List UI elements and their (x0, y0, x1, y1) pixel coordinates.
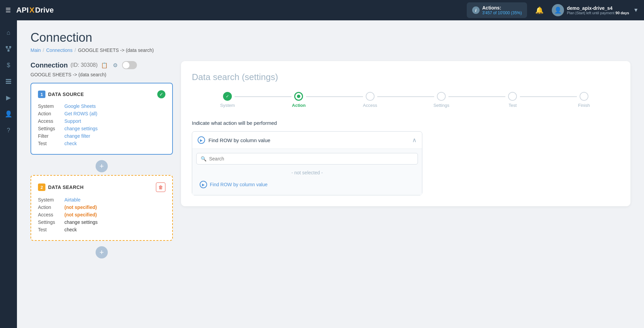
step-action: Action (263, 92, 334, 108)
actions-badge: i Actions: 3'457 of 10'000 (35%) (467, 2, 527, 18)
data-search-block: 2 DATA SEARCH 🗑 System Airtable Action (… (31, 175, 173, 241)
data-row: Filter change filter (38, 132, 165, 140)
action-dropdown[interactable]: ▶ Find ROW by column value ∧ 🔍 - not sel… (192, 131, 422, 195)
breadcrumb-main[interactable]: Main (31, 47, 41, 53)
dropdown-option-text: Find ROW by column value (210, 182, 267, 187)
step-label-access: Access (363, 103, 377, 108)
svg-rect-8 (6, 81, 11, 82)
add-button-1[interactable]: + (96, 160, 108, 172)
option-play-icon: ▶ (200, 181, 207, 188)
connection-subtitle: GOOGLE SHEETS -> (data search) (31, 72, 173, 77)
row-label-system: System (38, 103, 62, 109)
connection-label: Connection (31, 61, 68, 69)
sidebar-item-home[interactable]: ⌂ (2, 26, 15, 39)
data-source-label: 1 DATA SOURCE (38, 91, 84, 98)
steps: ✓ System Action Access Settings (192, 92, 620, 108)
logo-x: X (29, 6, 35, 15)
dropdown-selected-text: Find ROW by column value (208, 137, 270, 143)
not-selected-label: - not selected - (196, 169, 418, 178)
user-info: demo_apix-drive_s4 Plan |Start| left unt… (567, 5, 629, 15)
dropdown-selected[interactable]: ▶ Find ROW by column value ∧ (192, 132, 422, 149)
row-value-system2[interactable]: Airtable (64, 197, 80, 202)
panel-title: Data search (settings) (192, 72, 620, 82)
toggle-switch[interactable] (122, 61, 137, 69)
row-value-filter[interactable]: change filter (64, 133, 90, 139)
block-num-1: 1 (38, 91, 45, 98)
row-label-settings: Settings (38, 126, 62, 131)
sidebar-item-tools[interactable] (2, 75, 15, 88)
copy-icon[interactable]: 📋 (100, 61, 108, 69)
logo-drive: Drive (35, 6, 54, 15)
row-value-action[interactable]: Get ROWS (all) (64, 111, 97, 116)
data-row: System Google Sheets (38, 102, 165, 110)
row-value-access2[interactable]: (not specified) (64, 212, 97, 217)
menu-icon[interactable]: ☰ (5, 6, 11, 14)
row-label-test2: Test (38, 227, 62, 232)
block-title-2: DATA SEARCH (48, 185, 84, 190)
dropdown-option-find-row[interactable]: ▶ Find ROW by column value (196, 178, 418, 191)
page-title: Connection (31, 31, 630, 45)
breadcrumb: Main / Connections / GOOGLE SHEETS -> (d… (31, 47, 630, 53)
sidebar-item-billing[interactable]: $ (2, 58, 15, 72)
actions-sub: 3'457 of 10'000 (35%) (482, 11, 522, 15)
step-label-action: Action (292, 103, 305, 108)
data-row: Test check (38, 140, 165, 147)
data-row: Action Get ROWS (all) (38, 110, 165, 117)
step-label-settings: Settings (434, 103, 449, 108)
breadcrumb-connections[interactable]: Connections (46, 47, 73, 53)
search-icon: 🔍 (201, 156, 206, 161)
chevron-up-icon: ∧ (412, 136, 417, 144)
step-finish: Finish (548, 92, 620, 108)
user-menu[interactable]: 👤 demo_apix-drive_s4 Plan |Start| left u… (552, 4, 639, 16)
breadcrumb-current: GOOGLE SHEETS -> (data search) (78, 47, 154, 53)
plan-info: Plan |Start| left until payment 90 days (567, 11, 629, 15)
block-title-1: DATA SOURCE (48, 92, 84, 97)
chevron-down-icon: ▼ (633, 7, 639, 13)
row-value-settings2: change settings (64, 219, 98, 225)
actions-count: 3'457 (482, 11, 492, 15)
add-button-2[interactable]: + (96, 246, 108, 258)
row-value-test2: check (64, 227, 77, 232)
svg-rect-9 (6, 83, 11, 84)
sidebar-item-video[interactable]: ▶ (2, 91, 15, 104)
info-icon: i (472, 6, 480, 14)
svg-rect-2 (7, 50, 9, 52)
row-value-action2[interactable]: (not specified) (64, 205, 97, 210)
row-label-system2: System (38, 197, 62, 202)
gear-icon[interactable]: ⚙ (111, 61, 119, 69)
step-circle-action (294, 92, 303, 101)
row-value-system[interactable]: Google Sheets (64, 103, 96, 109)
row-label-access: Access (38, 118, 62, 124)
step-label-system: System (220, 103, 235, 108)
step-circle-finish (580, 92, 588, 101)
data-search-label: 2 DATA SEARCH (38, 184, 84, 191)
dropdown-selected-left: ▶ Find ROW by column value (198, 136, 270, 144)
svg-rect-1 (9, 46, 11, 48)
search-box[interactable]: 🔍 (196, 153, 418, 165)
main-content: Connection Main / Connections / GOOGLE S… (17, 20, 644, 328)
section-label: Indicate what action will be performed (192, 120, 620, 126)
row-value-access[interactable]: Support (64, 118, 81, 124)
row-label-filter: Filter (38, 133, 62, 139)
actions-title: Actions: (482, 5, 522, 11)
sidebar-item-help[interactable]: ? (2, 123, 15, 137)
block-num-2: 2 (38, 184, 45, 191)
data-row: System Airtable (38, 196, 165, 204)
play-icon: ▶ (198, 136, 205, 144)
connection-id: (ID: 30308) (71, 62, 98, 68)
dropdown-body: 🔍 - not selected - ▶ Find ROW by column … (192, 149, 422, 195)
logo-api: API (16, 6, 29, 15)
row-label-access2: Access (38, 212, 62, 217)
left-panel: Connection (ID: 30308) 📋 ⚙ GOOGLE SHEETS… (31, 61, 173, 261)
row-value-test[interactable]: check (64, 141, 77, 146)
step-label-test: Test (509, 103, 517, 108)
row-value-settings[interactable]: change settings (64, 126, 98, 131)
search-input[interactable] (209, 156, 414, 161)
step-circle-access (366, 92, 375, 101)
bell-icon[interactable]: 🔔 (535, 6, 544, 14)
sidebar-item-user[interactable]: 👤 (2, 107, 15, 121)
connection-header: Connection (ID: 30308) 📋 ⚙ (31, 61, 173, 69)
delete-block-button[interactable]: 🗑 (156, 182, 165, 192)
sidebar-item-connections[interactable] (2, 42, 15, 56)
data-row: Settings change settings (38, 125, 165, 132)
